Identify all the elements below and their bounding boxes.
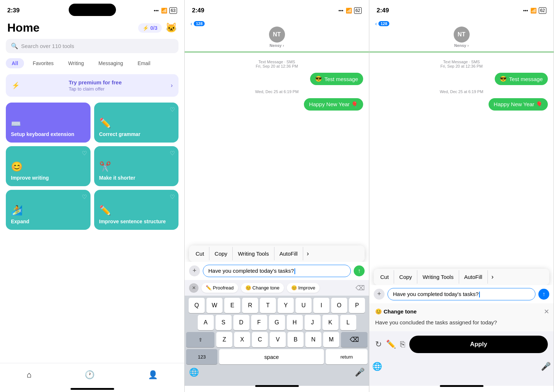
heart-icon-sentence[interactable]: ♡ <box>170 193 175 200</box>
key-u[interactable]: U <box>296 298 312 313</box>
keyboard-icon: ⌨️ <box>11 119 85 129</box>
input-field-2[interactable]: Have you completed today's tasks? <box>203 265 351 277</box>
ctx-autofill-2[interactable]: AutoFill <box>274 247 303 260</box>
tool-improve[interactable]: ♡ 😊 Improve writing <box>6 146 91 186</box>
wt-delete-2[interactable]: ⌫ <box>356 284 365 292</box>
key-d[interactable]: D <box>233 315 249 330</box>
key-p[interactable]: P <box>349 298 365 313</box>
send-button-2[interactable]: ↑ <box>354 265 365 276</box>
ctx-cut-3[interactable]: Cut <box>375 270 394 284</box>
wt-proofread-2[interactable]: ✏️ Proofread <box>201 283 238 293</box>
key-g[interactable]: G <box>269 315 285 330</box>
key-h[interactable]: H <box>287 315 303 330</box>
wt-improve-2[interactable]: 😊 Improve <box>287 283 320 293</box>
heart-icon-shorter[interactable]: ♡ <box>170 150 175 157</box>
contact-avatar-3[interactable]: NT <box>454 27 470 43</box>
key-b[interactable]: B <box>288 332 304 347</box>
globe-icon-3[interactable]: 🌐 <box>372 362 382 371</box>
ctx-writing-tools-2[interactable]: Writing Tools <box>233 247 274 260</box>
back-count-2: 128 <box>194 21 205 26</box>
key-t[interactable]: T <box>260 298 276 313</box>
filter-tab-messaging[interactable]: Messaging <box>93 58 129 68</box>
ctx-more-3[interactable]: › <box>488 269 497 284</box>
search-bar[interactable]: 🔍 Search over 110 tools <box>6 39 178 53</box>
heart-icon-expand[interactable]: ♡ <box>82 193 87 200</box>
heart-icon-improve[interactable]: ♡ <box>82 150 87 157</box>
ctx-autofill-3[interactable]: AutoFill <box>459 270 488 284</box>
globe-icon-2[interactable]: 🌐 <box>189 368 199 377</box>
filter-tab-all[interactable]: All <box>6 58 24 68</box>
key-c[interactable]: C <box>252 332 268 347</box>
ctx-copy-3[interactable]: Copy <box>394 270 417 284</box>
key-i[interactable]: I <box>313 298 329 313</box>
contact-avatar-2[interactable]: NT <box>269 27 285 43</box>
ctx-more-2[interactable]: › <box>303 246 313 261</box>
refresh-icon[interactable]: ↻ <box>375 340 382 349</box>
ctx-writing-tools-3[interactable]: Writing Tools <box>417 270 459 284</box>
nav-history[interactable]: 🕐 <box>85 370 95 380</box>
key-n[interactable]: N <box>305 332 321 347</box>
key-space-2[interactable]: space <box>219 349 324 364</box>
mic-icon-3[interactable]: 🎤 <box>541 362 551 371</box>
messages-header-3: ‹ 128 NT Nensy › <box>369 18 554 52</box>
key-123-2[interactable]: 123 <box>186 349 217 364</box>
ctx-cut-2[interactable]: Cut <box>190 247 209 260</box>
tool-expand[interactable]: ♡ 🏄 Expand <box>6 190 91 230</box>
filter-tab-favorites[interactable]: Favorites <box>27 58 60 68</box>
tool-shorter[interactable]: ♡ ✂️ Make it shorter <box>94 146 179 186</box>
key-delete-2[interactable]: ⌫ <box>341 332 368 347</box>
heart-icon-grammar[interactable]: ♡ <box>170 106 175 113</box>
edit-icon[interactable]: ✏️ <box>386 340 396 349</box>
filter-tab-writing[interactable]: Writing <box>62 58 89 68</box>
msg-bubble-2-3: Happy New Year 🎈 <box>489 98 548 111</box>
back-button-3[interactable]: ‹ 128 <box>375 20 389 27</box>
send-button-3[interactable]: ↑ <box>538 289 549 300</box>
tool-setup[interactable]: ⌨️ Setup keyboard extension <box>6 103 91 143</box>
ctx-copy-2[interactable]: Copy <box>209 247 233 260</box>
input-plus-2[interactable]: + <box>189 265 200 276</box>
key-f[interactable]: F <box>251 315 267 330</box>
key-s[interactable]: S <box>216 315 232 330</box>
contact-name-3[interactable]: Nensy › <box>454 43 469 48</box>
key-x[interactable]: X <box>234 332 250 347</box>
mic-icon-2[interactable]: 🎤 <box>355 368 365 377</box>
key-shift-2[interactable]: ⇧ <box>186 332 214 347</box>
tool-sentence[interactable]: ♡ ✏️ Improve sentence structure <box>94 190 179 230</box>
apply-button[interactable]: Apply <box>409 336 548 353</box>
tool-grammar[interactable]: ♡ ✏️ Correct grammar <box>94 103 179 143</box>
key-l[interactable]: L <box>340 315 356 330</box>
key-m[interactable]: M <box>323 332 339 347</box>
filter-tab-email[interactable]: Email <box>132 58 156 68</box>
key-z[interactable]: Z <box>216 332 232 347</box>
change-tone-close-button[interactable]: ✕ <box>544 308 549 316</box>
streak-badge[interactable]: ⚡ 0/3 <box>138 23 162 33</box>
tools-grid: ⌨️ Setup keyboard extension ♡ ✏️ Correct… <box>0 103 184 230</box>
key-k[interactable]: K <box>322 315 338 330</box>
nav-profile[interactable]: 👤 <box>148 370 158 380</box>
copy-icon[interactable]: ⎘ <box>400 340 405 349</box>
contact-name-2[interactable]: Nensy › <box>270 43 284 48</box>
key-o[interactable]: O <box>331 298 347 313</box>
home-indicator-2 <box>255 385 299 387</box>
key-q[interactable]: Q <box>189 298 205 313</box>
key-v[interactable]: V <box>270 332 286 347</box>
cat-avatar[interactable]: 🐱 <box>165 22 177 33</box>
key-w[interactable]: W <box>206 298 222 313</box>
keyboard-bottom-3: 🌐 🎤 <box>369 360 554 379</box>
nav-home[interactable]: ⌂ <box>27 370 31 380</box>
key-r[interactable]: R <box>242 298 258 313</box>
key-e[interactable]: E <box>224 298 240 313</box>
premium-banner[interactable]: ⚡ Try premium for free Tap to claim offe… <box>6 74 178 97</box>
filter-tabs: All Favorites Writing Messaging Email <box>0 58 184 74</box>
key-y[interactable]: Y <box>278 298 294 313</box>
input-plus-3[interactable]: + <box>374 289 385 300</box>
key-j[interactable]: J <box>305 315 321 330</box>
wt-close-2[interactable]: ✕ <box>189 283 198 293</box>
timestamp-1-2: Text Message · SMSFri, Sep 20 at 12:36 P… <box>190 60 363 68</box>
wt-change-tone-2[interactable]: 😊 Change tone <box>241 283 284 293</box>
key-return-2[interactable]: return <box>326 349 368 364</box>
input-field-3[interactable]: Have you completed today's tasks? <box>388 288 535 300</box>
msg-row-2-3: Happy New Year 🎈 <box>375 98 548 111</box>
back-button-2[interactable]: ‹ 128 <box>190 20 205 27</box>
key-a[interactable]: A <box>198 315 214 330</box>
